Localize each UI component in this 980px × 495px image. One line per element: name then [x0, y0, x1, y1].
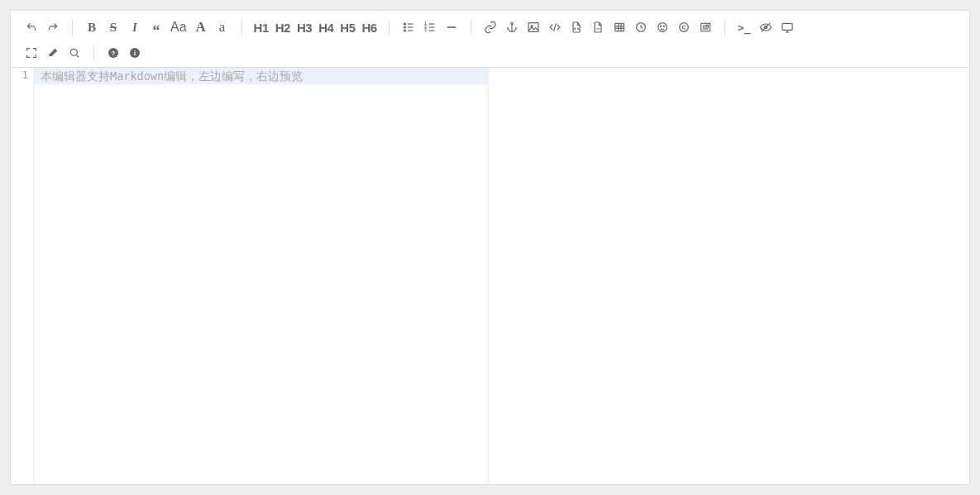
svg-rect-15: [528, 23, 538, 32]
svg-point-2: [404, 30, 405, 31]
file-html-icon: </>: [591, 21, 605, 34]
svg-point-1: [404, 26, 405, 28]
svg-text:i: i: [134, 50, 136, 57]
smile-icon: [656, 21, 669, 34]
eraser-icon: [46, 46, 60, 59]
svg-line-40: [76, 55, 79, 57]
strikethrough-button[interactable]: S: [103, 16, 124, 39]
line-number: 1: [11, 69, 28, 81]
bold-button[interactable]: B: [81, 16, 103, 39]
svg-point-28: [679, 23, 688, 32]
info-button[interactable]: i: [124, 41, 146, 64]
pagebreak-button[interactable]: [695, 16, 716, 39]
redo-button[interactable]: [42, 16, 64, 39]
code-icon: [548, 21, 562, 34]
h3-button[interactable]: H3: [294, 16, 315, 39]
help-icon: ?: [107, 46, 120, 59]
watch-button[interactable]: [755, 16, 777, 39]
svg-point-39: [70, 49, 77, 55]
newspaper-icon: [699, 21, 712, 34]
h5-button[interactable]: H5: [337, 16, 358, 39]
anchor-button[interactable]: [501, 16, 523, 39]
anchor-icon: [505, 21, 519, 34]
time-button[interactable]: [630, 16, 652, 39]
separator: [93, 45, 94, 62]
file-code-icon: [570, 21, 583, 34]
svg-point-13: [510, 22, 513, 25]
image-button[interactable]: [523, 16, 544, 39]
list-ol-icon: 123: [423, 21, 437, 34]
svg-text:3: 3: [424, 28, 427, 32]
line-gutter: 1: [11, 68, 34, 484]
italic-button[interactable]: I: [124, 16, 146, 39]
svg-point-26: [660, 26, 661, 26]
svg-rect-19: [614, 23, 624, 31]
uppercase-button[interactable]: A: [190, 16, 212, 39]
editor-panes: 1: [11, 68, 969, 484]
copyright-icon: [677, 21, 691, 34]
h2-button[interactable]: H2: [272, 16, 294, 39]
table-icon: [613, 21, 626, 34]
h6-button[interactable]: H6: [359, 16, 380, 39]
svg-point-25: [657, 23, 667, 32]
svg-text:?: ?: [112, 50, 116, 57]
h4-button[interactable]: H4: [315, 16, 337, 39]
undo-button[interactable]: [21, 16, 42, 39]
image-icon: [527, 21, 540, 34]
svg-point-27: [663, 26, 664, 26]
codeblock-button[interactable]: [566, 16, 587, 39]
markdown-input[interactable]: [34, 68, 488, 484]
h1-button[interactable]: H1: [251, 16, 272, 39]
separator: [471, 19, 471, 36]
svg-text:</>: </>: [595, 26, 600, 31]
toolbar: B S I “ Aa A a H1 H2 H3 H4 H5 H6: [11, 11, 969, 68]
separator: [389, 19, 390, 36]
unordered-list-button[interactable]: [398, 16, 419, 39]
goto-line-button[interactable]: >_: [734, 16, 755, 39]
undo-icon: [25, 21, 38, 34]
svg-rect-36: [782, 23, 792, 30]
link-icon: [484, 21, 497, 34]
svg-line-17: [553, 23, 556, 31]
html-button[interactable]: </>: [587, 16, 609, 39]
hr-button[interactable]: [441, 16, 462, 39]
preview-pane: [489, 68, 969, 484]
fullscreen-button[interactable]: [21, 41, 42, 64]
code-button[interactable]: [544, 16, 566, 39]
separator: [724, 19, 725, 36]
preview-button[interactable]: [777, 16, 798, 39]
info-icon: i: [128, 46, 141, 59]
eye-off-icon: [759, 21, 772, 34]
emoji-button[interactable]: [652, 16, 673, 39]
fullscreen-icon: [25, 46, 38, 59]
minus-icon: [445, 21, 458, 34]
ordered-list-button[interactable]: 123: [419, 16, 441, 39]
redo-icon: [46, 21, 60, 34]
link-button[interactable]: [480, 16, 501, 39]
lowercase-button[interactable]: a: [212, 16, 233, 39]
table-button[interactable]: [609, 16, 630, 39]
search-button[interactable]: [64, 41, 85, 64]
clock-icon: [634, 21, 648, 34]
copyright-button[interactable]: [673, 16, 695, 39]
source-pane: [34, 68, 489, 484]
separator: [72, 19, 73, 36]
textcase-button[interactable]: Aa: [167, 16, 190, 39]
search-icon: [68, 46, 81, 59]
svg-point-0: [404, 23, 405, 25]
markdown-editor: B S I “ Aa A a H1 H2 H3 H4 H5 H6: [10, 10, 970, 485]
help-button[interactable]: ?: [103, 41, 124, 64]
clear-button[interactable]: [42, 41, 64, 64]
svg-rect-33: [705, 25, 708, 27]
monitor-icon: [781, 21, 794, 34]
separator: [241, 19, 242, 36]
quote-button[interactable]: “: [146, 16, 167, 39]
list-ul-icon: [402, 21, 415, 34]
